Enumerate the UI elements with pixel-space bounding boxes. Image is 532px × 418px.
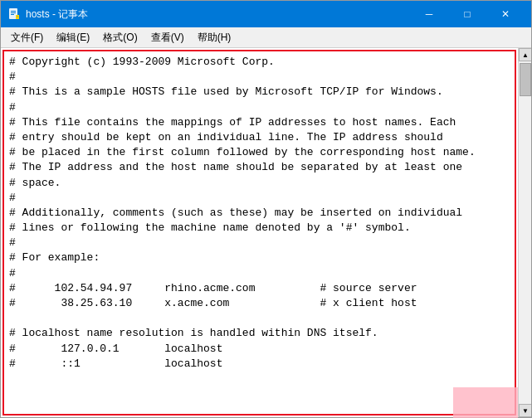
svg-rect-4	[16, 15, 19, 19]
minimize-button[interactable]: ─	[410, 1, 448, 27]
vertical-scrollbar: ▲ ▼	[518, 48, 531, 417]
pink-decoration	[453, 387, 518, 418]
app-icon	[7, 7, 21, 21]
menu-edit[interactable]: 编辑(E)	[50, 29, 96, 46]
scroll-thumb[interactable]	[520, 63, 531, 96]
menu-bar: 文件(F) 编辑(E) 格式(O) 查看(V) 帮助(H)	[1, 27, 531, 48]
notepad-window: hosts - 记事本 ─ □ ✕ 文件(F) 编辑(E) 格式(O) 查看(V…	[0, 0, 532, 418]
title-bar: hosts - 记事本 ─ □ ✕	[1, 1, 531, 27]
menu-file[interactable]: 文件(F)	[4, 29, 50, 46]
maximize-button[interactable]: □	[448, 1, 486, 27]
menu-format[interactable]: 格式(O)	[96, 29, 144, 46]
svg-rect-1	[11, 11, 16, 12]
window-title: hosts - 记事本	[26, 7, 410, 22]
scroll-down-button[interactable]: ▼	[519, 404, 531, 417]
content-area: # Copyright (c) 1993-2009 Microsoft Corp…	[1, 48, 531, 417]
svg-rect-2	[11, 12, 16, 13]
scroll-track[interactable]	[519, 61, 531, 404]
menu-help[interactable]: 帮助(H)	[191, 29, 238, 46]
window-controls: ─ □ ✕	[410, 1, 525, 27]
scroll-up-button[interactable]: ▲	[519, 48, 531, 61]
close-button[interactable]: ✕	[486, 1, 525, 27]
text-editor[interactable]: # Copyright (c) 1993-2009 Microsoft Corp…	[2, 50, 516, 416]
svg-rect-3	[11, 14, 14, 15]
menu-view[interactable]: 查看(V)	[144, 29, 191, 46]
